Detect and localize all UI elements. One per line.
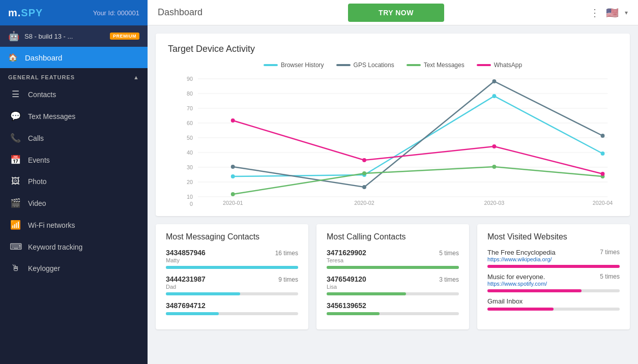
svg-text:70: 70 bbox=[187, 105, 193, 111]
dashboard-label: Dashboard bbox=[25, 53, 62, 62]
legend-text-messages: Text Messages bbox=[407, 62, 465, 69]
call-row-0: 3471629902 Teresa 5 times bbox=[327, 249, 459, 263]
content-area: Target Device Activity Browser History G… bbox=[148, 25, 638, 364]
legend-color-gps bbox=[336, 64, 351, 66]
more-options-icon[interactable]: ⋮ bbox=[590, 7, 600, 19]
svg-point-38 bbox=[601, 172, 605, 176]
contact-times-0: 16 times bbox=[275, 250, 298, 257]
website-row-0: The Free Encyclopedia https://www.wikipe… bbox=[487, 249, 620, 262]
contact-entry-1: 3444231987 Dad 9 times bbox=[166, 275, 298, 295]
contact-entry-0: 3434857946 Matty 16 times bbox=[166, 249, 298, 269]
contact-number-1: 3444231987 bbox=[166, 275, 206, 283]
call-entry-1: 3476549120 Lisa 3 times bbox=[327, 275, 459, 295]
call-times-0: 5 times bbox=[439, 250, 459, 257]
android-icon: 🤖 bbox=[8, 31, 19, 42]
website-entry-1: Music for everyone. https://www.spotify.… bbox=[487, 273, 620, 292]
legend-whatsapp: WhatsApp bbox=[477, 62, 522, 69]
svg-point-35 bbox=[231, 118, 235, 123]
svg-text:2020-03: 2020-03 bbox=[484, 200, 505, 206]
website-bar-0 bbox=[487, 265, 620, 268]
svg-text:90: 90 bbox=[187, 76, 193, 82]
call-number-2: 3456139652 bbox=[327, 301, 366, 310]
legend-color-whatsapp bbox=[477, 64, 491, 66]
home-icon: 🏠 bbox=[8, 53, 18, 62]
legend-browser-history: Browser History bbox=[264, 62, 324, 69]
svg-text:30: 30 bbox=[187, 164, 193, 170]
chart-svg: 90 80 70 60 50 40 30 20 10 0 2020-01 202… bbox=[168, 74, 618, 206]
nav-keylogger[interactable]: 🖱 Keylogger bbox=[0, 258, 148, 279]
logo-spy: SPY bbox=[21, 7, 43, 18]
language-flag[interactable]: 🇺🇸 bbox=[606, 7, 619, 19]
call-entry-0: 3471629902 Teresa 5 times bbox=[327, 249, 459, 269]
contacts-label: Contacts bbox=[28, 90, 56, 99]
photo-icon: 🖼 bbox=[10, 176, 21, 187]
call-bar-0 bbox=[327, 266, 459, 269]
logo: m.SPY bbox=[8, 7, 43, 19]
general-features-header: GENERAL FEATURES ▲ bbox=[0, 68, 148, 83]
nav-wifi[interactable]: 📶 Wi-Fi networks bbox=[0, 214, 148, 236]
website-name-1: Music for everyone. bbox=[487, 273, 547, 281]
nav-video[interactable]: 🎬 Video bbox=[0, 192, 148, 214]
device-name: S8 - build 13 - ... bbox=[24, 33, 105, 40]
svg-point-37 bbox=[492, 144, 496, 148]
website-url-1[interactable]: https://www.spotify.com/ bbox=[487, 281, 547, 287]
wifi-label: Wi-Fi networks bbox=[28, 221, 75, 229]
website-name-0: The Free Encyclopedia bbox=[487, 249, 556, 256]
svg-point-26 bbox=[601, 151, 605, 156]
website-url-0[interactable]: https://www.wikipedia.org/ bbox=[487, 256, 556, 262]
website-bar-wrap-2 bbox=[487, 308, 620, 311]
calls-icon: 📞 bbox=[10, 133, 21, 143]
call-bar-2 bbox=[327, 312, 380, 315]
collapse-icon[interactable]: ▲ bbox=[133, 74, 139, 80]
nav-keyword-tracking[interactable]: ⌨ Keyword tracking bbox=[0, 236, 148, 258]
page-title: Dashboard bbox=[158, 7, 202, 18]
contact-bar-wrap-0 bbox=[166, 266, 298, 269]
messaging-card: Most Messaging Contacts 3434857946 Matty… bbox=[156, 224, 308, 329]
contact-name-0: Matty bbox=[166, 257, 206, 263]
general-features-label: GENERAL FEATURES bbox=[8, 74, 75, 80]
svg-point-27 bbox=[231, 165, 235, 169]
call-entry-2: 3456139652 bbox=[327, 301, 459, 315]
logo-m: m. bbox=[8, 7, 21, 18]
device-bar: 🤖 S8 - build 13 - ... PREMIUM bbox=[0, 25, 148, 47]
contact-number-0: 3434857946 bbox=[166, 249, 206, 257]
calls-label: Calls bbox=[28, 134, 44, 142]
legend-color-text bbox=[407, 64, 421, 66]
contact-times-1: 9 times bbox=[278, 276, 298, 283]
video-icon: 🎬 bbox=[10, 198, 21, 208]
websites-card: Most Visited Websites The Free Encyclope… bbox=[477, 224, 630, 329]
call-row-1: 3476549120 Lisa 3 times bbox=[327, 275, 459, 290]
contact-bar-0 bbox=[166, 266, 298, 269]
contact-number-2: 3487694712 bbox=[166, 301, 206, 310]
premium-badge: PREMIUM bbox=[110, 33, 139, 40]
try-now-button[interactable]: TRY NOW bbox=[348, 4, 444, 22]
nav-events[interactable]: 📅 Events bbox=[0, 149, 148, 171]
call-name-1: Lisa bbox=[327, 284, 366, 290]
websites-card-title: Most Visited Websites bbox=[487, 232, 620, 241]
website-name-2: Gmail Inbox bbox=[487, 297, 523, 305]
nav-text-messages[interactable]: 💬 Text Messages bbox=[0, 105, 148, 127]
events-label: Events bbox=[28, 156, 50, 164]
svg-text:2020-04: 2020-04 bbox=[593, 200, 613, 206]
svg-point-30 bbox=[601, 134, 605, 138]
contact-row-2: 3487694712 bbox=[166, 301, 298, 310]
contact-bar-1 bbox=[166, 292, 240, 295]
photo-label: Photo bbox=[28, 177, 47, 186]
contact-entry-2: 3487694712 bbox=[166, 301, 298, 315]
call-row-2: 3456139652 bbox=[327, 301, 459, 310]
svg-text:50: 50 bbox=[187, 135, 193, 141]
nav-contacts[interactable]: ☰ Contacts bbox=[0, 83, 148, 105]
nav-photo[interactable]: 🖼 Photo bbox=[0, 171, 148, 192]
svg-point-33 bbox=[492, 165, 496, 169]
svg-text:60: 60 bbox=[187, 120, 193, 126]
call-number-0: 3471629902 bbox=[327, 249, 366, 257]
contact-bar-wrap-2 bbox=[166, 312, 298, 315]
chart-legend: Browser History GPS Locations Text Messa… bbox=[168, 62, 618, 69]
language-dropdown-icon[interactable]: ▾ bbox=[625, 9, 628, 16]
call-times-1: 3 times bbox=[439, 276, 459, 283]
nav-dashboard[interactable]: 🏠 Dashboard bbox=[0, 47, 148, 68]
sidebar: m.SPY Your Id: 000001 🤖 S8 - build 13 - … bbox=[0, 0, 148, 364]
website-bar-2 bbox=[487, 308, 554, 311]
contact-row-1: 3444231987 Dad 9 times bbox=[166, 275, 298, 290]
nav-calls[interactable]: 📞 Calls bbox=[0, 127, 148, 149]
